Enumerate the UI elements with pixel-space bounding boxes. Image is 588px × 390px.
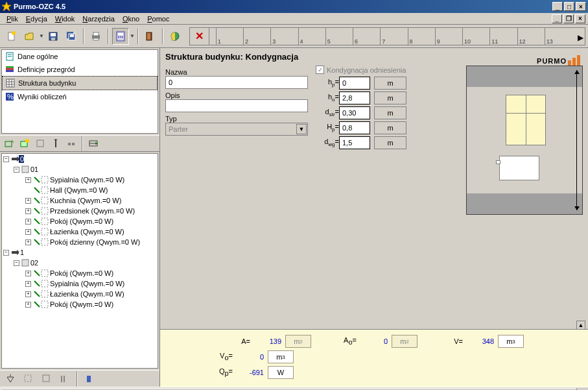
bt-btn-3[interactable]: [38, 371, 55, 387]
tree-room[interactable]: Sypialnia (Qwym.=0 W): [49, 176, 124, 184]
new-button[interactable]: [3, 28, 20, 45]
menu-narzedzia[interactable]: Narzędzia: [78, 14, 119, 23]
maximize-button[interactable]: □: [564, 2, 574, 11]
dwg-unit[interactable]: m: [374, 136, 406, 149]
menu-edycja[interactable]: Edycja: [22, 14, 51, 23]
svg-rect-67: [87, 376, 91, 382]
tree-room[interactable]: Łazienka (Qwym.=0 W): [49, 290, 124, 298]
tree-collapse-icon[interactable]: −: [14, 167, 19, 173]
tree-collapse-icon[interactable]: −: [3, 156, 9, 162]
tree-btn-1[interactable]: [2, 136, 16, 151]
dwg-input[interactable]: [339, 136, 370, 149]
tree-expand-icon[interactable]: +: [25, 219, 31, 225]
tree-expand-icon[interactable]: +: [25, 302, 31, 308]
dstr-unit[interactable]: m: [374, 106, 406, 119]
room-icon: [33, 290, 41, 298]
tree-expand-icon[interactable]: +: [25, 281, 31, 287]
minimize-button[interactable]: _: [552, 2, 563, 11]
tree-floor[interactable]: 02: [29, 259, 38, 267]
print-button[interactable]: [88, 28, 104, 45]
res-A-label: A=: [224, 337, 250, 345]
bt-btn-2[interactable]: [20, 371, 37, 387]
ho-input[interactable]: [339, 91, 370, 104]
tree-expand-icon[interactable]: +: [25, 198, 31, 204]
bt-btn-4[interactable]: [56, 371, 73, 387]
tree-root[interactable]: 0: [19, 155, 24, 163]
tree-btn-3[interactable]: [33, 136, 47, 151]
tree-btn-5[interactable]: [64, 136, 78, 151]
tree-expand-icon[interactable]: +: [25, 239, 31, 245]
ruler-close-icon[interactable]: ✕: [190, 28, 209, 45]
svg-point-35: [25, 139, 29, 143]
tree-expand-icon[interactable]: +: [25, 208, 31, 214]
Hp-input[interactable]: [339, 121, 370, 134]
mdi-minimize[interactable]: _: [552, 14, 562, 23]
close-button[interactable]: ×: [576, 2, 586, 11]
menu-okno[interactable]: Okno: [119, 14, 143, 23]
tree-room[interactable]: Pokój (Qwym.=0 W): [49, 269, 113, 277]
save-all-button[interactable]: [63, 28, 80, 45]
svg-rect-51: [41, 218, 48, 225]
help-button[interactable]: [167, 28, 183, 45]
floor-diagram: [466, 66, 583, 215]
tree-room[interactable]: Sypialnia (Qwym.=0 W): [49, 280, 124, 287]
tree-expand-icon[interactable]: +: [25, 291, 31, 297]
tree-room[interactable]: Pokój (Qwym.=0 W): [49, 217, 113, 225]
tree-room[interactable]: Hall (Qwym.=0 W): [49, 186, 108, 194]
Hp-unit[interactable]: m: [374, 121, 406, 134]
nav-dane-ogolne[interactable]: Dane ogólne: [2, 50, 158, 63]
menu-pomoc[interactable]: Pomoc: [143, 14, 173, 23]
tree-room[interactable]: Łazienka (Qwym.=0 W): [49, 228, 124, 236]
menu-widok[interactable]: Widok: [51, 14, 79, 23]
ruler-next-icon[interactable]: ▶: [578, 33, 583, 42]
tree-collapse-icon[interactable]: −: [3, 250, 9, 256]
menu-plik[interactable]: Plik: [3, 14, 22, 23]
tree-collapse-icon[interactable]: −: [14, 260, 19, 266]
ruler-tick: 3: [270, 28, 298, 45]
dstr-input[interactable]: [339, 106, 370, 119]
name-input[interactable]: [165, 76, 308, 89]
svg-marker-0: [2, 2, 11, 11]
ruler-tick: 10: [462, 28, 489, 45]
nav-label: Wyniki obliczeń: [18, 93, 67, 101]
nav-definicje-przegrod[interactable]: Definicje przegród: [2, 63, 158, 76]
tree-expand-icon[interactable]: +: [25, 271, 31, 276]
desc-input[interactable]: [165, 99, 308, 112]
bt-btn-5[interactable]: [81, 371, 98, 387]
exit-button[interactable]: [142, 28, 159, 45]
ref-floor-checkbox[interactable]: ✓: [316, 66, 324, 74]
nav-wyniki-obliczen[interactable]: % Wyniki obliczeń: [2, 90, 158, 103]
res-Vo-value: 0: [237, 353, 264, 361]
nav-struktura-budynku[interactable]: Struktura budynku: [2, 76, 158, 90]
type-select[interactable]: [165, 123, 308, 136]
tree-btn-4[interactable]: [49, 136, 63, 151]
tree-view[interactable]: −0 −01 +Sypialnia (Qwym.=0 W) Hall (Qwym…: [1, 153, 158, 369]
tree-expand-icon[interactable]: +: [25, 229, 31, 235]
tree-expand-icon[interactable]: +: [25, 177, 31, 183]
mdi-restore[interactable]: ❐: [563, 14, 574, 23]
tree-room[interactable]: Pokój (Qwym.=0 W): [49, 300, 113, 308]
results-collapse-icon[interactable]: ▲: [576, 321, 585, 330]
room-icon: [33, 280, 41, 287]
resize-grip-icon[interactable]: [578, 387, 588, 390]
tree-room[interactable]: Pokój dzienny (Qwym.=0 W): [49, 238, 140, 246]
svg-rect-59: [41, 291, 48, 297]
nav-label: Dane ogólne: [18, 53, 58, 60]
save-button[interactable]: [45, 28, 62, 45]
hp-input[interactable]: [339, 77, 370, 90]
tree-room[interactable]: Kuchnia (Qwym.=0 W): [49, 197, 121, 204]
open-button[interactable]: [21, 28, 38, 45]
svg-text:%: %: [7, 93, 14, 101]
bt-btn-1[interactable]: [2, 371, 19, 387]
hp-unit[interactable]: m: [374, 77, 406, 90]
calc-button[interactable]: [112, 28, 129, 45]
tree-btn-6[interactable]: [86, 136, 100, 151]
dropdown-icon[interactable]: ▼: [296, 124, 307, 134]
ho-unit[interactable]: m: [374, 91, 406, 104]
tree-btn-2[interactable]: [18, 136, 32, 151]
mdi-close[interactable]: ×: [575, 14, 585, 23]
tree-room[interactable]: Przedsionek (Qwym.=0 W): [49, 207, 135, 215]
tree-level[interactable]: 1: [19, 249, 24, 256]
svg-rect-13: [118, 33, 123, 35]
tree-floor[interactable]: 01: [29, 165, 38, 173]
